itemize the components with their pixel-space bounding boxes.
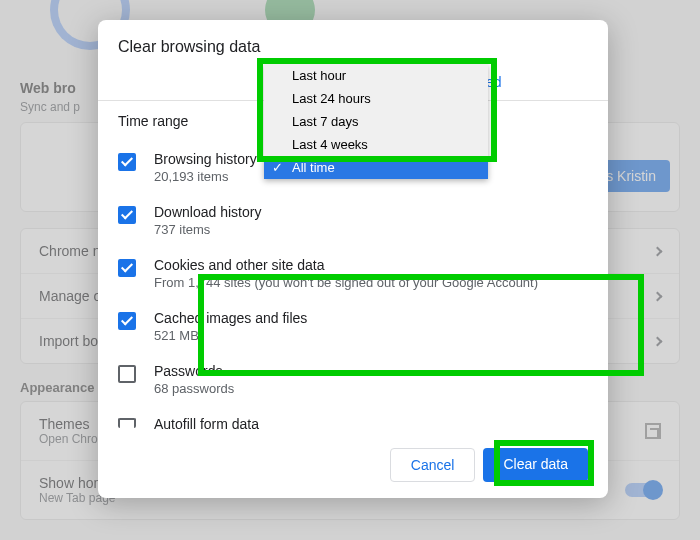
option-download-history: Download history 737 items: [98, 194, 608, 247]
option-label: Browsing history: [154, 151, 257, 167]
time-range-label: Time range: [118, 113, 188, 129]
option-subtitle: From 1,744 sites (you won't be signed ou…: [154, 275, 538, 290]
checkbox-cached[interactable]: [118, 312, 136, 330]
option-label: Download history: [154, 204, 261, 220]
option-label: Cached images and files: [154, 310, 307, 326]
checkbox-autofill[interactable]: [118, 418, 136, 428]
option-subtitle: 521 MB: [154, 328, 307, 343]
option-subtitle: 20,193 items: [154, 169, 257, 184]
dialog-button-row: Cancel Clear data: [98, 432, 608, 482]
dialog-title: Clear browsing data: [98, 20, 608, 64]
clear-browsing-data-dialog: Clear browsing data Basic Advanced Time …: [98, 20, 608, 498]
time-range-dropdown: Last hour Last 24 hours Last 7 days Last…: [264, 64, 488, 179]
dropdown-option-last-hour[interactable]: Last hour: [264, 64, 488, 87]
option-passwords: Passwords 68 passwords: [98, 353, 608, 406]
option-cached: Cached images and files 521 MB: [98, 300, 608, 353]
dropdown-option-all-time[interactable]: All time: [264, 156, 488, 179]
dropdown-option-last-7-days[interactable]: Last 7 days: [264, 110, 488, 133]
option-autofill: Autofill form data: [98, 406, 608, 432]
checkbox-download-history[interactable]: [118, 206, 136, 224]
cancel-button[interactable]: Cancel: [390, 448, 476, 482]
checkbox-cookies[interactable]: [118, 259, 136, 277]
option-cookies: Cookies and other site data From 1,744 s…: [98, 247, 608, 300]
checkbox-browsing-history[interactable]: [118, 153, 136, 171]
option-label: Autofill form data: [154, 416, 259, 432]
dropdown-option-last-4-weeks[interactable]: Last 4 weeks: [264, 133, 488, 156]
option-subtitle: 68 passwords: [154, 381, 234, 396]
option-subtitle: 737 items: [154, 222, 261, 237]
checkbox-passwords[interactable]: [118, 365, 136, 383]
option-label: Cookies and other site data: [154, 257, 538, 273]
dropdown-option-last-24-hours[interactable]: Last 24 hours: [264, 87, 488, 110]
option-label: Passwords: [154, 363, 234, 379]
clear-data-button[interactable]: Clear data: [483, 448, 588, 482]
